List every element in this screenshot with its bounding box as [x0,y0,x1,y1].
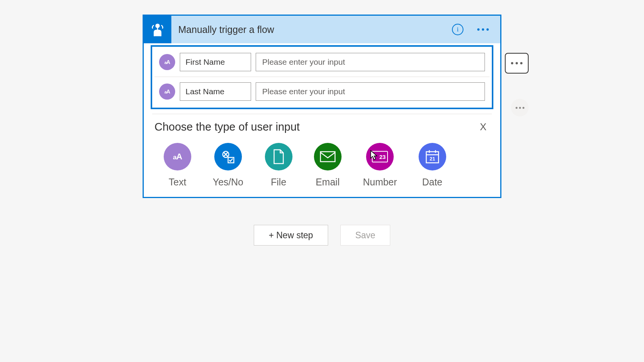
info-icon[interactable]: i [452,24,463,35]
date-icon: 21 [419,143,446,170]
input-row-first-name: aA First Name [154,50,490,74]
trigger-header[interactable]: Manually trigger a flow i [144,16,500,43]
new-step-button[interactable]: + New step [254,225,328,246]
choose-title: Choose the type of user input [154,121,300,133]
type-label: Number [363,177,397,188]
manual-trigger-icon [150,21,166,38]
type-option-file[interactable]: File [265,143,292,188]
input-row-menu-button[interactable] [511,99,529,116]
type-label: Yes/No [213,177,243,188]
save-button[interactable]: Save [340,225,390,246]
trigger-icon [144,16,171,43]
header-menu-button[interactable] [475,26,491,33]
choose-input-type-section: Choose the type of user input X aA Text [144,114,500,197]
input-value-field[interactable] [256,82,485,101]
type-option-date[interactable]: 21 Date [419,143,446,188]
type-option-yesno[interactable]: Yes/No [213,143,243,188]
input-name-field[interactable]: Last Name [180,82,251,101]
type-label: Date [422,177,442,188]
type-label: Email [315,177,340,188]
input-row-last-name: aA Last Name [154,79,490,104]
type-label: Text [169,177,186,188]
trigger-title: Manually trigger a flow [178,24,452,35]
number-icon: 23 [366,143,394,170]
input-value-field[interactable] [256,53,485,71]
choose-header: Choose the type of user input X [154,120,490,134]
type-option-text[interactable]: aA Text [164,143,191,188]
input-type-options: aA Text Yes/No [164,143,490,188]
text-type-icon: aA [159,54,175,70]
header-actions: i [452,24,500,35]
svg-rect-5 [320,152,335,162]
trigger-body: aA First Name aA Last Name [144,43,500,197]
text-type-icon: aA [159,84,175,100]
input-name-field[interactable]: First Name [180,53,251,71]
type-option-number[interactable]: 23 Number [363,143,397,188]
input-row-menu-button[interactable] [505,53,529,74]
trigger-card: Manually trigger a flow i aA First Name [143,15,501,198]
file-icon [265,143,292,170]
type-label: File [271,177,286,188]
inputs-wrapper: aA First Name aA Last Name [144,45,500,109]
yesno-icon [214,143,242,170]
type-option-email[interactable]: Email [314,143,342,188]
row-divider [154,77,490,77]
bottom-actions: + New step Save [254,225,390,246]
inputs-highlight: aA First Name aA Last Name [151,45,493,109]
close-button[interactable]: X [477,120,490,134]
text-icon: aA [164,143,191,170]
email-icon [314,143,342,170]
svg-text:21: 21 [429,156,435,162]
